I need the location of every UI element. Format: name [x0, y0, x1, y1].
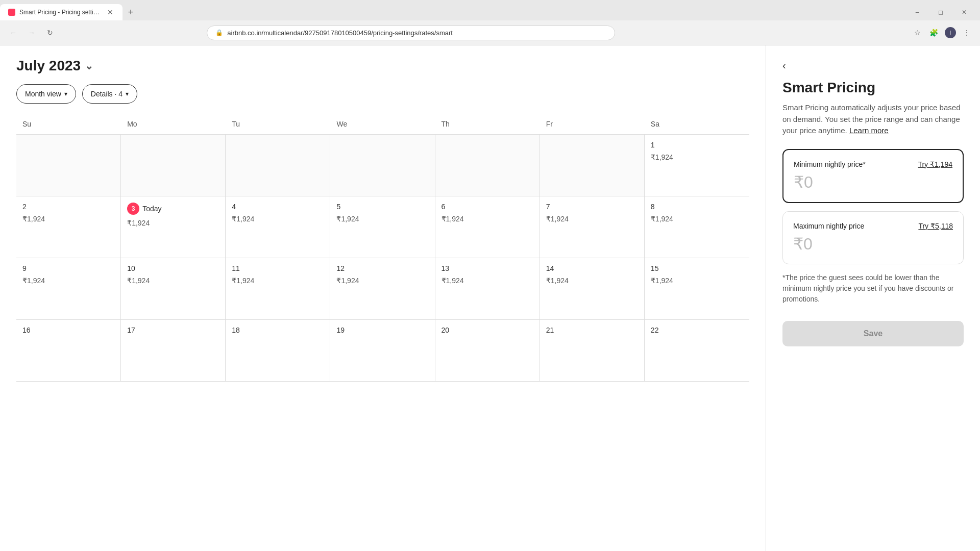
- day-num-17: 17: [127, 326, 219, 334]
- min-price-card: Minimum nightly price* Try ₹1,194 ₹0: [782, 149, 964, 203]
- day-num-8: 8: [651, 203, 743, 211]
- day-cell-july-12[interactable]: 12 ₹1,924: [330, 258, 435, 319]
- day-price-3: ₹1,924: [127, 219, 219, 227]
- details-button[interactable]: Details · 4 ▾: [82, 84, 137, 104]
- url-text: airbnb.co.in/multicalendar/9275091780105…: [227, 29, 606, 37]
- day-price-13: ₹1,924: [442, 277, 533, 285]
- new-tab-button[interactable]: +: [122, 4, 139, 20]
- today-text: Today: [142, 205, 161, 213]
- max-price-header: Maximum nightly price Try ₹5,118: [793, 222, 953, 230]
- max-price-card: Maximum nightly price Try ₹5,118 ₹0: [782, 211, 964, 264]
- day-num-21: 21: [546, 326, 638, 334]
- toolbar-icons: ☆ 🧩 I ⋮: [911, 26, 974, 40]
- tab-bar: Smart Pricing - Pricing settings ✕ + – ◻…: [0, 0, 980, 20]
- day-cell-july-6[interactable]: 6 ₹1,924: [435, 196, 540, 258]
- day-cell-july-1[interactable]: 1 ₹1,924: [645, 135, 749, 196]
- month-view-label: Month view: [25, 90, 61, 98]
- day-cell-july-17[interactable]: 17: [121, 320, 226, 381]
- month-year-label: July 2023: [16, 58, 81, 74]
- restore-button[interactable]: ◻: [929, 4, 952, 20]
- day-num-10: 10: [127, 264, 219, 272]
- day-cell-july-21[interactable]: 21: [540, 320, 645, 381]
- address-bar[interactable]: 🔒 airbnb.co.in/multicalendar/92750917801…: [207, 26, 615, 40]
- minimize-button[interactable]: –: [905, 4, 929, 20]
- day-cell-empty-5: [435, 135, 540, 196]
- month-view-button[interactable]: Month view ▾: [16, 84, 76, 104]
- max-price-try-link[interactable]: Try ₹5,118: [918, 222, 953, 230]
- day-price-11: ₹1,924: [232, 277, 324, 285]
- day-cell-july-16[interactable]: 16: [16, 320, 121, 381]
- day-header-su: Su: [16, 116, 121, 132]
- day-cell-july-22[interactable]: 22: [645, 320, 749, 381]
- day-price-1: ₹1,924: [651, 153, 743, 161]
- day-price-9: ₹1,924: [22, 277, 114, 285]
- day-cell-july-10[interactable]: 10 ₹1,924: [121, 258, 226, 319]
- bookmark-icon[interactable]: ☆: [911, 26, 925, 40]
- day-cell-empty-1: [16, 135, 121, 196]
- day-num-16: 16: [22, 326, 114, 334]
- learn-more-link[interactable]: Learn more: [849, 126, 889, 135]
- day-num-7: 7: [546, 203, 638, 211]
- day-num-1: 1: [651, 141, 743, 149]
- max-price-input[interactable]: ₹0: [793, 234, 953, 254]
- save-button[interactable]: Save: [782, 321, 964, 346]
- week-row-1: 1 ₹1,924: [16, 134, 749, 196]
- day-num-9: 9: [22, 264, 114, 272]
- day-num-11: 11: [232, 264, 324, 272]
- day-cell-july-15[interactable]: 15 ₹1,924: [645, 258, 749, 319]
- day-cell-july-20[interactable]: 20: [435, 320, 540, 381]
- day-cell-july-3[interactable]: 3 Today ₹1,924: [121, 196, 226, 258]
- month-header: July 2023 ⌄: [16, 58, 749, 74]
- day-num-2: 2: [22, 203, 114, 211]
- day-header-th: Th: [435, 116, 540, 132]
- day-cell-july-5[interactable]: 5 ₹1,924: [330, 196, 435, 258]
- day-cell-empty-3: [226, 135, 330, 196]
- day-num-3-today: 3 Today: [127, 203, 219, 215]
- close-window-button[interactable]: ✕: [952, 4, 976, 20]
- day-price-15: ₹1,924: [651, 277, 743, 285]
- day-cell-july-2[interactable]: 2 ₹1,924: [16, 196, 121, 258]
- extensions-icon[interactable]: 🧩: [927, 26, 941, 40]
- back-button[interactable]: ‹: [778, 58, 790, 73]
- day-num-20: 20: [442, 326, 533, 334]
- day-header-mo: Mo: [121, 116, 226, 132]
- reload-button[interactable]: ↻: [43, 26, 57, 40]
- forward-button[interactable]: →: [24, 26, 39, 40]
- min-price-try-link[interactable]: Try ₹1,194: [918, 160, 952, 168]
- min-price-header: Minimum nightly price* Try ₹1,194: [794, 160, 952, 168]
- today-badge: 3: [127, 203, 139, 215]
- day-num-6: 6: [442, 203, 533, 211]
- tab-close-button[interactable]: ✕: [106, 8, 114, 16]
- day-num-15: 15: [651, 264, 743, 272]
- day-num-22: 22: [651, 326, 743, 334]
- panel-back-section: ‹: [766, 45, 980, 80]
- day-num-4: 4: [232, 203, 324, 211]
- back-button[interactable]: ←: [6, 26, 20, 40]
- day-cell-july-13[interactable]: 13 ₹1,924: [435, 258, 540, 319]
- day-cell-july-9[interactable]: 9 ₹1,924: [16, 258, 121, 319]
- week-row-2: 2 ₹1,924 3 Today ₹1,924 4 ₹1,924 5 ₹1,92: [16, 196, 749, 258]
- menu-icon[interactable]: ⋮: [960, 26, 974, 40]
- day-price-8: ₹1,924: [651, 215, 743, 223]
- day-num-5: 5: [336, 203, 428, 211]
- day-cell-july-14[interactable]: 14 ₹1,924: [540, 258, 645, 319]
- month-chevron-icon: ⌄: [85, 60, 93, 72]
- tab-title: Smart Pricing - Pricing settings: [19, 9, 102, 16]
- month-title-button[interactable]: July 2023 ⌄: [16, 58, 93, 74]
- calendar-grid: Su Mo Tu We Th Fr Sa 1 ₹1,924: [16, 116, 749, 382]
- day-cell-july-8[interactable]: 8 ₹1,924: [645, 196, 749, 258]
- day-cell-july-19[interactable]: 19: [330, 320, 435, 381]
- profile-icon[interactable]: I: [943, 26, 958, 40]
- panel-body: Smart Pricing Smart Pricing automaticall…: [766, 80, 980, 363]
- day-cell-july-4[interactable]: 4 ₹1,924: [226, 196, 330, 258]
- right-panel: ‹ Smart Pricing Smart Pricing automatica…: [766, 45, 980, 551]
- day-cell-july-11[interactable]: 11 ₹1,924: [226, 258, 330, 319]
- day-cell-july-7[interactable]: 7 ₹1,924: [540, 196, 645, 258]
- min-price-input[interactable]: ₹0: [794, 172, 952, 192]
- controls-row: Month view ▾ Details · 4 ▾: [16, 84, 749, 104]
- max-price-label: Maximum nightly price: [793, 222, 864, 230]
- active-tab[interactable]: Smart Pricing - Pricing settings ✕: [0, 4, 122, 20]
- day-cell-july-18[interactable]: 18: [226, 320, 330, 381]
- window-controls: – ◻ ✕: [901, 4, 980, 20]
- day-cell-empty-2: [121, 135, 226, 196]
